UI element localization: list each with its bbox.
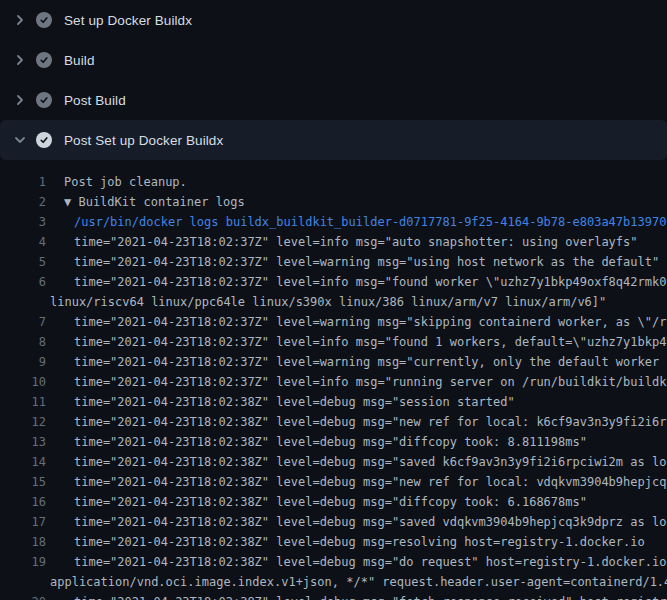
log-row: 7time="2021-04-23T18:02:37Z" level=warni… bbox=[0, 312, 667, 332]
log-line-text: time="2021-04-23T18:02:37Z" level=info m… bbox=[74, 372, 667, 392]
step-header-set-up-docker-buildx[interactable]: Set up Docker Buildx bbox=[0, 0, 667, 40]
log-line-number[interactable]: 14 bbox=[0, 452, 46, 472]
log-row: 10time="2021-04-23T18:02:37Z" level=info… bbox=[0, 372, 667, 392]
log-line-number[interactable]: 4 bbox=[0, 232, 46, 252]
log-line-number[interactable]: 16 bbox=[0, 492, 46, 512]
log-line-text: time="2021-04-23T18:02:38Z" level=debug … bbox=[74, 492, 587, 512]
log-row: 16time="2021-04-23T18:02:38Z" level=debu… bbox=[0, 492, 667, 512]
log-line-text: time="2021-04-23T18:02:38Z" level=debug … bbox=[74, 392, 515, 412]
log-line-text: time="2021-04-23T18:02:37Z" level=warnin… bbox=[74, 312, 667, 332]
chevron-right-icon bbox=[12, 12, 28, 28]
chevron-down-icon bbox=[12, 132, 28, 148]
log-line-number[interactable]: 3 bbox=[0, 212, 46, 232]
steps-list: Set up Docker BuildxBuildPost BuildPost … bbox=[0, 0, 667, 160]
log-line-number[interactable]: 17 bbox=[0, 512, 46, 532]
log-line-number[interactable]: 1 bbox=[0, 172, 46, 192]
log-line-number[interactable]: 2 bbox=[0, 192, 46, 212]
log-line-text: application/vnd.oci.image.index.v1+json,… bbox=[50, 572, 667, 592]
log-row: 8time="2021-04-23T18:02:37Z" level=info … bbox=[0, 332, 667, 352]
log-group-toggle[interactable]: ▼ BuildKit container logs bbox=[64, 192, 245, 212]
step-label: Post Build bbox=[64, 93, 126, 108]
log-line-text: time="2021-04-23T18:02:38Z" level=debug … bbox=[74, 532, 645, 552]
log-row: 5time="2021-04-23T18:02:37Z" level=warni… bbox=[0, 252, 667, 272]
log-row: 9time="2021-04-23T18:02:37Z" level=warni… bbox=[0, 352, 667, 372]
log-line-number[interactable]: 19 bbox=[0, 552, 46, 572]
log-line-text: time="2021-04-23T18:02:37Z" level=info m… bbox=[74, 332, 667, 352]
log-line-number[interactable]: 7 bbox=[0, 312, 46, 332]
check-circle-icon bbox=[36, 52, 52, 68]
log-line-text: time="2021-04-23T18:02:38Z" level=debug … bbox=[74, 592, 667, 600]
log-line-number[interactable]: 5 bbox=[0, 252, 46, 272]
log-line-text: linux/riscv64 linux/ppc64le linux/s390x … bbox=[50, 292, 606, 312]
chevron-right-icon bbox=[12, 92, 28, 108]
log-row: 14time="2021-04-23T18:02:38Z" level=debu… bbox=[0, 452, 667, 472]
log-line-number bbox=[0, 572, 46, 592]
log-line-text: time="2021-04-23T18:02:37Z" level=warnin… bbox=[74, 252, 659, 272]
log-row: 11time="2021-04-23T18:02:38Z" level=debu… bbox=[0, 392, 667, 412]
log-line-number[interactable]: 8 bbox=[0, 332, 46, 352]
step-label: Post Set up Docker Buildx bbox=[64, 133, 223, 148]
step-header-build[interactable]: Build bbox=[0, 40, 667, 80]
log-row: 15time="2021-04-23T18:02:38Z" level=debu… bbox=[0, 472, 667, 492]
log-line-number[interactable]: 6 bbox=[0, 272, 46, 292]
log-row: 19time="2021-04-23T18:02:38Z" level=debu… bbox=[0, 552, 667, 572]
log-row: 13time="2021-04-23T18:02:38Z" level=debu… bbox=[0, 432, 667, 452]
log-line-text: time="2021-04-23T18:02:38Z" level=debug … bbox=[74, 432, 587, 452]
log-row: 3/usr/bin/docker logs buildx_buildkit_bu… bbox=[0, 212, 667, 232]
step-label: Build bbox=[64, 53, 95, 68]
log-row: 2▼ BuildKit container logs bbox=[0, 192, 667, 212]
log-line-text: time="2021-04-23T18:02:38Z" level=debug … bbox=[74, 412, 667, 432]
step-label: Set up Docker Buildx bbox=[64, 13, 192, 28]
log-line-number[interactable]: 10 bbox=[0, 372, 46, 392]
log-line-number[interactable]: 13 bbox=[0, 432, 46, 452]
log-row: 17time="2021-04-23T18:02:38Z" level=debu… bbox=[0, 512, 667, 532]
log-line-number bbox=[0, 292, 46, 312]
log-line-number[interactable]: 11 bbox=[0, 392, 46, 412]
log-line-number[interactable]: 18 bbox=[0, 532, 46, 552]
log-row: linux/riscv64 linux/ppc64le linux/s390x … bbox=[0, 292, 667, 312]
check-circle-icon bbox=[36, 132, 52, 148]
log-line-text: time="2021-04-23T18:02:37Z" level=warnin… bbox=[74, 352, 667, 372]
log-line-number[interactable]: 12 bbox=[0, 412, 46, 432]
step-header-post-build[interactable]: Post Build bbox=[0, 80, 667, 120]
log-line-text: time="2021-04-23T18:02:38Z" level=debug … bbox=[74, 452, 667, 472]
log-command-text: /usr/bin/docker logs buildx_buildkit_bui… bbox=[74, 212, 666, 232]
log-line-number[interactable]: 20 bbox=[0, 592, 46, 600]
check-circle-icon bbox=[36, 92, 52, 108]
log-line-text: Post job cleanup. bbox=[64, 172, 187, 192]
log-lines: 1Post job cleanup.2▼ BuildKit container … bbox=[0, 160, 667, 600]
log-line-number[interactable]: 15 bbox=[0, 472, 46, 492]
log-row: 1Post job cleanup. bbox=[0, 172, 667, 192]
log-row: 6time="2021-04-23T18:02:37Z" level=info … bbox=[0, 272, 667, 292]
log-row: 4time="2021-04-23T18:02:37Z" level=info … bbox=[0, 232, 667, 252]
log-line-text: time="2021-04-23T18:02:38Z" level=debug … bbox=[74, 472, 667, 492]
log-line-text: time="2021-04-23T18:02:38Z" level=debug … bbox=[74, 552, 667, 572]
log-row: application/vnd.oci.image.index.v1+json,… bbox=[0, 572, 667, 592]
log-line-text: time="2021-04-23T18:02:38Z" level=debug … bbox=[74, 512, 667, 532]
chevron-right-icon bbox=[12, 52, 28, 68]
log-row: 20time="2021-04-23T18:02:38Z" level=debu… bbox=[0, 592, 667, 600]
log-row: 18time="2021-04-23T18:02:38Z" level=debu… bbox=[0, 532, 667, 552]
step-header-post-set-up-docker-buildx[interactable]: Post Set up Docker Buildx bbox=[0, 120, 667, 160]
check-circle-icon bbox=[36, 12, 52, 28]
log-line-text: time="2021-04-23T18:02:37Z" level=info m… bbox=[74, 232, 638, 252]
log-row: 12time="2021-04-23T18:02:38Z" level=debu… bbox=[0, 412, 667, 432]
log-line-text: time="2021-04-23T18:02:37Z" level=info m… bbox=[74, 272, 667, 292]
log-line-number[interactable]: 9 bbox=[0, 352, 46, 372]
